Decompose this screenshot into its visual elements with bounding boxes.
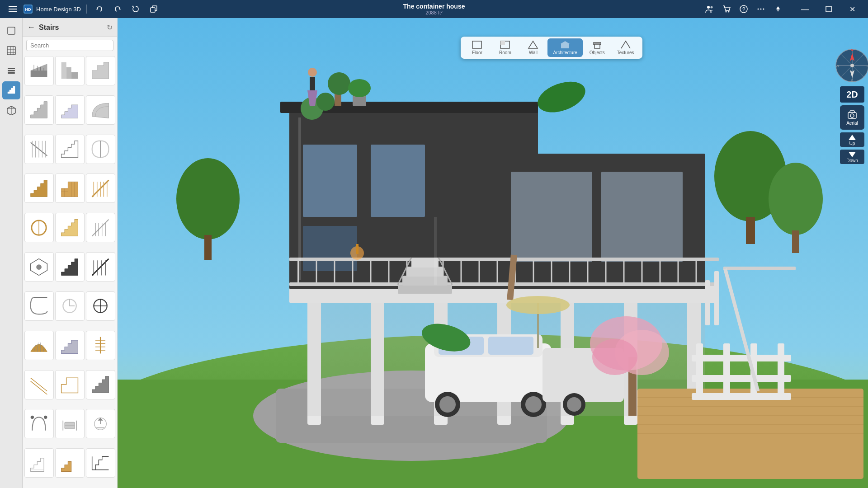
stair-item-2[interactable] xyxy=(55,56,85,85)
down-button[interactable]: Down xyxy=(840,150,864,164)
stair-item-33[interactable] xyxy=(86,448,115,478)
svg-text:W: W xyxy=(836,65,839,68)
svg-rect-214 xyxy=(594,42,601,45)
objects-mode-button[interactable]: Objects xyxy=(584,38,611,57)
up-button[interactable]: Up xyxy=(840,132,864,147)
viewport[interactable]: Floor Room Wall Architecture Objects Tex… xyxy=(118,18,868,488)
stair-item-30[interactable] xyxy=(86,409,115,438)
cart-button[interactable] xyxy=(719,3,734,15)
room-mode-button[interactable]: Room xyxy=(491,38,519,57)
undo-button[interactable] xyxy=(92,3,107,15)
svg-rect-198 xyxy=(714,271,719,325)
stair-item-17[interactable] xyxy=(55,252,85,282)
svg-rect-164 xyxy=(407,267,443,277)
svg-marker-20 xyxy=(776,9,780,12)
svg-marker-19 xyxy=(776,6,780,9)
svg-point-228 xyxy=(850,114,854,117)
svg-rect-21 xyxy=(826,6,831,12)
svg-point-17 xyxy=(760,9,762,10)
stair-item-8[interactable] xyxy=(55,135,85,164)
people-button[interactable] xyxy=(702,3,717,15)
view-2d-button[interactable]: 2D xyxy=(840,86,864,103)
stair-item-11[interactable] xyxy=(55,174,85,203)
svg-point-171 xyxy=(328,72,350,95)
stair-item-3[interactable] xyxy=(86,56,115,85)
stair-item-29[interactable] xyxy=(55,409,85,438)
refresh-button[interactable]: ↻ xyxy=(107,23,113,32)
search-bar xyxy=(23,37,117,54)
stair-item-20[interactable] xyxy=(55,291,85,321)
up-label: Up xyxy=(849,141,855,146)
aerial-camera-button[interactable]: Aerial xyxy=(840,105,864,130)
svg-rect-103 xyxy=(746,217,755,244)
stair-item-4[interactable] xyxy=(24,95,54,125)
svg-rect-39 xyxy=(61,62,66,79)
stair-item-9[interactable] xyxy=(86,135,115,164)
reset-button[interactable] xyxy=(128,3,143,15)
svg-point-88 xyxy=(31,415,34,418)
cursor-tool[interactable] xyxy=(2,22,20,40)
svg-rect-191 xyxy=(723,343,730,398)
architecture-mode-button[interactable]: Architecture xyxy=(547,38,582,57)
stair-item-1[interactable] xyxy=(24,56,54,85)
stair-item-5[interactable] xyxy=(55,95,85,125)
svg-point-169 xyxy=(316,93,335,111)
svg-point-16 xyxy=(758,9,759,10)
stair-item-6[interactable] xyxy=(86,95,115,125)
wall-mode-button[interactable]: Wall xyxy=(519,38,547,57)
stair-item-21[interactable] xyxy=(86,291,115,321)
stair-item-22[interactable] xyxy=(24,331,54,360)
restore-button[interactable] xyxy=(818,0,839,18)
stair-item-16[interactable] xyxy=(24,252,54,282)
stair-item-31[interactable] xyxy=(24,448,54,478)
svg-point-124 xyxy=(525,396,542,413)
svg-text:?: ? xyxy=(742,6,745,13)
textures-mode-button[interactable]: Textures xyxy=(612,38,640,57)
svg-point-177 xyxy=(592,339,637,375)
titlebar-left: HD Home Design 3D xyxy=(5,3,161,15)
stair-item-7[interactable] xyxy=(24,135,54,164)
expand-button[interactable] xyxy=(771,3,785,15)
redo-button[interactable] xyxy=(110,3,125,15)
svg-rect-207 xyxy=(472,41,481,48)
close-button[interactable]: ✕ xyxy=(842,0,863,18)
stair-item-23[interactable] xyxy=(55,331,85,360)
more-button[interactable] xyxy=(754,3,768,15)
layers-tool[interactable] xyxy=(2,61,20,80)
stair-item-28[interactable] xyxy=(24,409,54,438)
stair-item-15[interactable] xyxy=(86,213,115,242)
back-button[interactable]: ← xyxy=(27,23,35,32)
svg-point-89 xyxy=(44,415,47,418)
minimize-button[interactable]: — xyxy=(795,0,816,18)
stairs-tool[interactable] xyxy=(2,81,20,99)
stair-item-13[interactable] xyxy=(24,213,54,242)
menu-button[interactable] xyxy=(5,3,20,15)
copy-button[interactable] xyxy=(146,3,161,15)
svg-rect-190 xyxy=(696,343,703,398)
stair-item-12[interactable] xyxy=(86,174,115,203)
svg-marker-212 xyxy=(561,41,570,44)
svg-point-223 xyxy=(850,64,854,67)
grid-tool[interactable] xyxy=(2,42,20,60)
stair-item-10[interactable] xyxy=(24,174,54,203)
stair-item-27[interactable] xyxy=(86,370,115,399)
svg-rect-199 xyxy=(723,267,796,270)
stair-item-14[interactable] xyxy=(55,213,85,242)
svg-rect-132 xyxy=(303,226,357,271)
svg-rect-2 xyxy=(9,11,17,12)
stair-item-19[interactable] xyxy=(24,291,54,321)
search-input[interactable] xyxy=(26,40,113,51)
stair-item-18[interactable] xyxy=(86,252,115,282)
separator xyxy=(86,5,87,14)
svg-point-104 xyxy=(769,163,823,235)
stair-item-26[interactable] xyxy=(55,370,85,399)
svg-rect-105 xyxy=(792,230,799,253)
help-button[interactable]: ? xyxy=(736,3,751,15)
svg-point-18 xyxy=(763,9,764,10)
svg-rect-163 xyxy=(402,276,448,286)
cube-tool[interactable] xyxy=(2,101,20,119)
floor-mode-button[interactable]: Floor xyxy=(463,38,491,57)
stair-item-25[interactable] xyxy=(24,370,54,399)
stair-item-32[interactable] xyxy=(55,448,85,478)
stair-item-24[interactable] xyxy=(86,331,115,360)
